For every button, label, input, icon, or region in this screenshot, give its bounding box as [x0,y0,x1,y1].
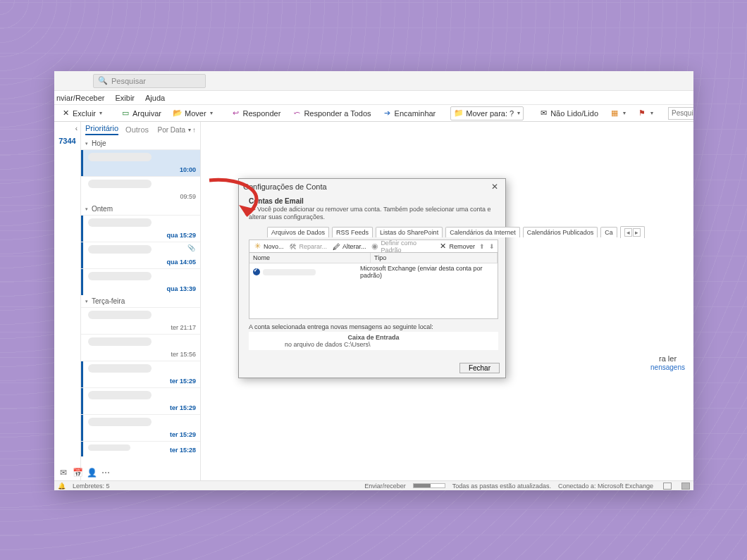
mail-icon[interactable]: ✉ [58,468,68,478]
outlook-window: 🔍 Pesquisar nviar/Receber Exibir Ajuda ✕… [54,71,693,490]
dialog-tabs: Arquivos de Dados RSS Feeds Listas do Sh… [249,226,498,240]
list-item[interactable]: qua 13:39 [81,268,200,295]
caixa-entrada: Caixa de Entrada [257,334,490,341]
group-hoje[interactable]: Hoje [81,137,200,149]
reply-all-icon: ⤺ [292,108,302,118]
table-row[interactable]: Microsoft Exchange (enviar desta conta p… [249,263,498,280]
account-type: Microsoft Exchange (enviar desta conta p… [360,265,494,279]
left-rail: ‹ 7344 [54,122,81,480]
reading-hint-link[interactable]: nensagens [650,363,685,371]
view-reading-icon[interactable] [681,483,690,490]
tab-scroll-left-icon[interactable]: ◂ [624,228,632,237]
tab-prioritario[interactable]: Prioritário [85,124,118,135]
move-icon: 📂 [173,108,183,118]
menu-ajuda[interactable]: Ajuda [145,94,165,102]
mover-button[interactable]: 📂 Mover▾ [169,106,216,120]
repair-icon: 🛠 [288,242,298,251]
group-ontem[interactable]: Ontem [81,203,200,215]
sinalizador-button[interactable]: ⚑▾ [634,106,657,120]
ribbon: ✕ Excluir▾ ▭ Arquivar 📂 Mover▾ ↩ Respond… [54,105,693,122]
section-desc: Você pode adicionar ou remover uma conta… [249,206,491,220]
categories-icon: ▦ [610,108,619,118]
padrao-button[interactable]: ◉Definir como Padrão [371,239,434,254]
calendar-icon[interactable]: 📅 [73,468,82,478]
bell-icon[interactable]: 🔔 [58,483,66,490]
responder-button[interactable]: ↩ Responder [228,106,285,120]
remover-button[interactable]: ✕Remover [438,242,475,251]
excluir-button[interactable]: ✕ Excluir▾ [57,106,106,120]
novo-button[interactable]: ✳Novo... [252,242,284,251]
location-box: Caixa de Entrada no arquivo de dados C:\… [249,332,498,350]
arquivar-button[interactable]: ▭ Arquivar [117,106,165,120]
change-icon: 🖉 [331,242,341,251]
nav-bar: ✉ 📅 👤 ⋯ [58,468,111,478]
menu-enviar-receber[interactable]: nviar/Receber [56,94,104,102]
alterar-button[interactable]: 🖉Alterar... [331,242,366,251]
group-terca[interactable]: Terça-feira [81,295,200,307]
fechar-button[interactable]: Fechar [459,363,500,373]
menu-exibir[interactable]: Exibir [115,94,135,102]
sort-dropdown[interactable]: Por Data ▾ ↑ [158,126,196,134]
unread-count: 7344 [58,137,75,145]
col-nome: Nome [249,253,371,263]
mover-para-button[interactable]: 📁 Mover para: ?▾ [450,106,524,120]
delivery-info: A conta selecionada entrega novas mensag… [249,323,498,330]
responder-todos-button[interactable]: ⤺ Responder a Todos [288,106,374,120]
reply-icon: ↩ [231,108,241,118]
tab-cal-publicados[interactable]: Calendários Publicados [523,227,598,237]
view-normal-icon[interactable] [663,483,672,490]
remove-icon: ✕ [438,242,447,251]
account-table: Nome Tipo Microsoft Exchange (enviar des… [249,253,498,319]
search-placeholder: Pesquisar [111,77,146,85]
move-up-icon[interactable]: ⬆ [479,243,485,250]
search-row: 🔍 Pesquisar [54,71,693,91]
default-icon: ◉ [371,242,380,251]
list-item[interactable]: ter 21:17 [81,307,200,334]
menu-bar: nviar/Receber Exibir Ajuda [54,91,693,105]
message-list: Prioritário Outros Por Data ▾ ↑ Hoje 10:… [81,122,201,480]
list-item[interactable]: 📎qua 14:05 [81,242,200,268]
archive-icon: ▭ [121,108,130,118]
list-item[interactable]: qua 15:29 [81,215,200,242]
list-item[interactable]: ter 15:29 [81,361,200,387]
list-item[interactable]: ter 15:29 [81,387,200,414]
tab-overflow[interactable]: Ca [600,227,617,237]
tab-rss[interactable]: RSS Feeds [332,227,373,237]
tab-cal-internet[interactable]: Calendários da Internet [445,227,520,237]
status-pastas: Todas as pastas estão atualizadas. [452,483,551,490]
list-item[interactable]: ter 15:28 [81,441,200,456]
collapse-rail-icon[interactable]: ‹ [75,125,78,132]
section-title: Contas de Email [249,197,304,205]
tab-sharepoint[interactable]: Listas do SharePoint [376,227,443,237]
close-button[interactable]: ✕ [488,182,501,192]
tab-scroll-right-icon[interactable]: ▸ [633,228,641,237]
list-item[interactable]: ter 15:56 [81,334,200,361]
pesquisa-pessoas-input[interactable] [668,107,693,120]
reading-hint: ra ler nensagens [650,354,685,371]
reparar-button[interactable]: 🛠Reparar... [288,242,328,251]
forward-icon: ➔ [383,108,393,118]
move-down-icon[interactable]: ⬇ [489,243,495,250]
people-icon[interactable]: 👤 [87,468,97,478]
dialog-toolbar: ✳Novo... 🛠Reparar... 🖉Alterar... ◉Defini… [249,240,498,253]
col-tipo: Tipo [371,253,498,263]
list-item[interactable]: ter 15:29 [81,414,200,441]
flag-icon: ⚑ [637,108,647,118]
categorias-button[interactable]: ▦▾ [606,106,629,120]
search-input[interactable]: 🔍 Pesquisar [93,74,206,88]
tab-arquivos-dados[interactable]: Arquivos de Dados [267,227,329,237]
delete-icon: ✕ [61,108,70,118]
more-icon[interactable]: ⋯ [101,468,111,478]
tab-outros[interactable]: Outros [125,125,149,134]
nao-lido-button[interactable]: ✉ Não Lido/Lido [535,106,602,120]
progress-bar [413,483,445,488]
status-bar: 🔔 Lembretes: 5 Enviar/receber Todas as p… [54,480,693,490]
dialog-title: Configurações de Conta [243,182,327,191]
search-icon: 🔍 [98,76,108,86]
list-item[interactable]: 09:59 [81,176,200,203]
chevron-down-icon: ▾ [188,127,191,133]
list-item[interactable]: 10:00 [81,149,200,176]
encaminhar-button[interactable]: ➔ Encaminhar [379,106,440,120]
status-enviar: Enviar/receber [364,483,406,490]
account-name-redacted [263,269,316,275]
